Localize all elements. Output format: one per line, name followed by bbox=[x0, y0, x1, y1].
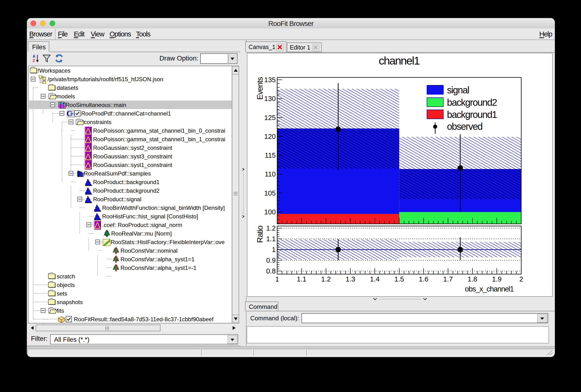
svg-text:1.1: 1.1 bbox=[266, 235, 276, 243]
svg-text:120: 120 bbox=[264, 133, 276, 140]
svg-text:1.3: 1.3 bbox=[346, 275, 355, 283]
svg-text:obs_x_channel1: obs_x_channel1 bbox=[465, 285, 514, 293]
svg-text:1: 1 bbox=[275, 275, 279, 283]
svg-text:105: 105 bbox=[264, 189, 276, 197]
svg-text:background1: background1 bbox=[447, 109, 497, 120]
svg-text:1.6: 1.6 bbox=[419, 275, 428, 283]
svg-text:1.8: 1.8 bbox=[468, 275, 477, 283]
svg-text:signal: signal bbox=[447, 85, 469, 95]
svg-text:125: 125 bbox=[264, 114, 276, 122]
svg-text:135: 135 bbox=[264, 76, 276, 84]
svg-text:1.1: 1.1 bbox=[297, 275, 306, 283]
svg-text:1.5: 1.5 bbox=[394, 275, 404, 283]
svg-text:Ratio: Ratio bbox=[255, 226, 264, 243]
svg-text:0.8: 0.8 bbox=[266, 267, 276, 275]
svg-text:1.7: 1.7 bbox=[443, 275, 453, 283]
svg-text:2: 2 bbox=[519, 275, 523, 283]
svg-text:Events: Events bbox=[255, 77, 264, 100]
svg-text:background2: background2 bbox=[447, 97, 497, 108]
svg-text:1.2: 1.2 bbox=[266, 224, 276, 232]
svg-text:channel1: channel1 bbox=[379, 54, 420, 67]
svg-text:130: 130 bbox=[264, 95, 276, 102]
svg-text:A: A bbox=[33, 54, 35, 58]
svg-text:115: 115 bbox=[265, 152, 276, 159]
svg-text:Z: Z bbox=[33, 58, 35, 63]
svg-text:100: 100 bbox=[264, 208, 276, 216]
svg-text:1.9: 1.9 bbox=[492, 275, 502, 283]
svg-text:1: 1 bbox=[272, 246, 276, 254]
svg-text:1.4: 1.4 bbox=[370, 275, 380, 283]
svg-text:0.9: 0.9 bbox=[266, 256, 276, 264]
svg-text:1.2: 1.2 bbox=[321, 275, 331, 283]
svg-text:110: 110 bbox=[265, 170, 276, 178]
svg-text:observed: observed bbox=[447, 121, 483, 132]
